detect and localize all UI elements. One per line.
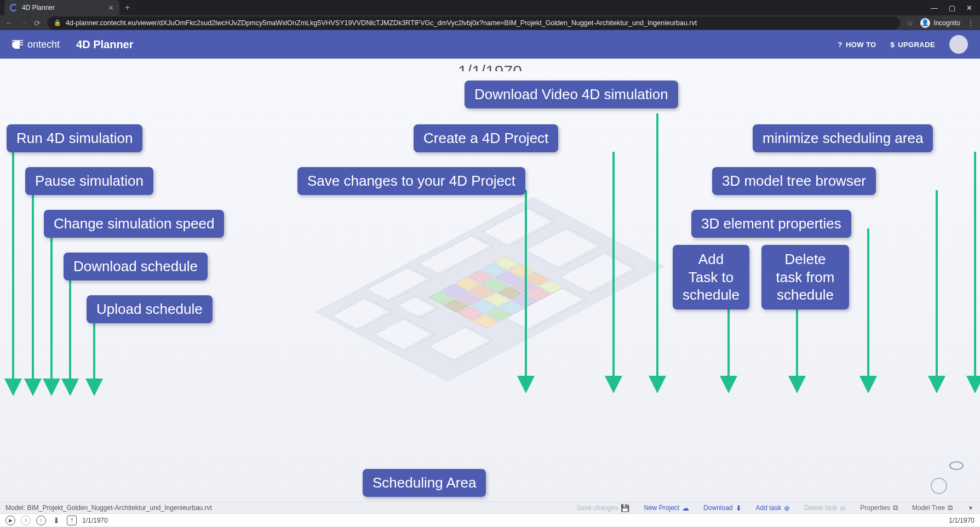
- timeline-end-date: 1/1/1970: [949, 517, 975, 524]
- pause-button[interactable]: ⏸: [21, 515, 31, 525]
- maximize-window-button[interactable]: ▢: [949, 4, 955, 12]
- download-label: Download: [703, 504, 732, 512]
- incognito-label: Incognito: [933, 19, 960, 27]
- browser-menu-button[interactable]: ⋮: [967, 19, 975, 27]
- view-cube-widget[interactable]: [931, 461, 964, 494]
- address-row: ← → ⟳ 🔒 4d-planner.contecht.eu/viewer/dX…: [0, 15, 980, 30]
- callout-download-video: Download Video 4D simulation: [465, 81, 678, 108]
- callout-run-simulation: Run 4D simulation: [7, 124, 142, 152]
- callout-tree-browser: 3D model tree browser: [712, 167, 876, 195]
- callout-delete-task: Delete task from schedule: [761, 245, 849, 310]
- download-button[interactable]: Download ⬇: [703, 504, 741, 512]
- how-to-label: HOW TO: [846, 41, 876, 49]
- callout-create-project: Create a 4D Project: [414, 124, 558, 152]
- callout-add-task: Add Task to schedule: [673, 245, 749, 310]
- callout-scheduling-area: Scheduling Area: [363, 469, 486, 497]
- delete-task-button[interactable]: Delete task ⊖: [804, 504, 846, 512]
- reload-button[interactable]: ⟳: [34, 19, 41, 27]
- favicon-icon: [10, 4, 18, 12]
- lock-icon: 🔒: [54, 19, 61, 26]
- callout-minimize-area: minimize scheduling area: [753, 124, 933, 152]
- play-button[interactable]: ▶: [5, 515, 15, 525]
- callout-download-schedule: Download schedule: [64, 253, 208, 280]
- collapse-scheduling-button[interactable]: ▾: [967, 504, 975, 512]
- brand-text: ontecht: [27, 39, 60, 50]
- cloud-icon: ☁: [682, 504, 689, 512]
- new-project-button[interactable]: New Project ☁: [644, 504, 689, 512]
- close-window-button[interactable]: ✕: [966, 4, 972, 12]
- callout-upload-schedule: Upload schedule: [87, 295, 213, 323]
- incognito-indicator: 👤 Incognito: [920, 18, 960, 28]
- window-controls: — ▢ ✕: [931, 4, 980, 12]
- upgrade-button[interactable]: $ UPGRADE: [891, 41, 935, 49]
- viewer-date-overlay: 1/1/1970: [458, 62, 522, 81]
- callout-element-properties: 3D element properties: [691, 210, 851, 238]
- minus-circle-icon: ⊖: [840, 504, 846, 512]
- viewer-canvas[interactable]: 1/1/1970: [0, 59, 980, 502]
- model-filename: BIM_Projekt_Golden_Nugget-Architektur_un…: [27, 504, 212, 512]
- callout-pause-simulation: Pause simulation: [25, 167, 153, 195]
- url-text: 4d-planner.contecht.eu/viewer/dXJuOmFkc2…: [66, 19, 697, 27]
- brand-glyph-icon: [12, 39, 24, 50]
- model-actions-bar: Model: BIM_Projekt_Golden_Nugget-Archite…: [0, 502, 980, 514]
- properties-icon: ⧉: [893, 503, 898, 512]
- download-icon: ⬇: [736, 504, 742, 512]
- tab-row: 4D Planner ✕ + — ▢ ✕: [0, 0, 980, 15]
- tab-title: 4D Planner: [22, 4, 104, 12]
- save-changes-button[interactable]: Save changes 💾: [576, 504, 629, 512]
- save-icon: 💾: [621, 504, 629, 512]
- brand-logo[interactable]: ontecht: [12, 39, 60, 50]
- model-tree-label: Model Tree: [912, 504, 945, 512]
- avatar[interactable]: [949, 35, 968, 54]
- dollar-icon: $: [891, 41, 895, 49]
- properties-button[interactable]: Properties ⧉: [860, 503, 898, 512]
- tree-icon: ⧉: [948, 503, 953, 512]
- model-3d: [316, 197, 664, 381]
- help-icon: ?: [838, 41, 843, 49]
- new-tab-button[interactable]: +: [119, 3, 135, 13]
- app-header: ontecht 4D Planner ? HOW TO $ UPGRADE: [0, 30, 980, 59]
- timeline-bar: ▶ ⏸ ! ⬇ ⭱ 1/1/1970 1/1/1970: [0, 514, 980, 527]
- model-label: Model: BIM_Projekt_Golden_Nugget-Archite…: [5, 504, 212, 512]
- upload-schedule-button[interactable]: ⭱: [67, 515, 77, 525]
- delete-task-label: Delete task: [804, 504, 837, 512]
- close-tab-button[interactable]: ✕: [108, 4, 114, 12]
- add-task-label: Add task: [756, 504, 782, 512]
- app-title: 4D Planner: [76, 38, 133, 51]
- browser-chrome: 4D Planner ✕ + — ▢ ✕ ← → ⟳ 🔒 4d-planner.…: [0, 0, 980, 30]
- callout-change-speed: Change simulation speed: [44, 210, 224, 238]
- eye-icon: [949, 461, 964, 470]
- speed-button[interactable]: !: [36, 515, 46, 525]
- minimize-window-button[interactable]: —: [931, 4, 938, 12]
- properties-label: Properties: [860, 504, 890, 512]
- model-tree-button[interactable]: Model Tree ⧉: [912, 503, 953, 512]
- how-to-button[interactable]: ? HOW TO: [838, 41, 876, 49]
- download-schedule-button[interactable]: ⬇: [51, 515, 61, 525]
- callout-save-changes: Save changes to your 4D Project: [297, 167, 525, 195]
- header-actions: ? HOW TO $ UPGRADE: [838, 35, 968, 54]
- timeline-start-date: 1/1/1970: [82, 517, 108, 524]
- new-project-label: New Project: [644, 504, 679, 512]
- incognito-icon: 👤: [920, 18, 930, 28]
- forward-button[interactable]: →: [20, 19, 27, 27]
- compass-icon: [931, 478, 947, 494]
- back-button[interactable]: ←: [5, 19, 13, 27]
- add-task-button[interactable]: Add task ⊕: [756, 504, 790, 512]
- bookmark-star-icon[interactable]: ☆: [907, 19, 914, 27]
- browser-tab[interactable]: 4D Planner ✕: [4, 0, 119, 15]
- save-changes-label: Save changes: [576, 504, 618, 512]
- address-bar[interactable]: 🔒 4d-planner.contecht.eu/viewer/dXJuOmFk…: [47, 16, 900, 30]
- upgrade-label: UPGRADE: [898, 41, 935, 49]
- plus-circle-icon: ⊕: [784, 504, 790, 512]
